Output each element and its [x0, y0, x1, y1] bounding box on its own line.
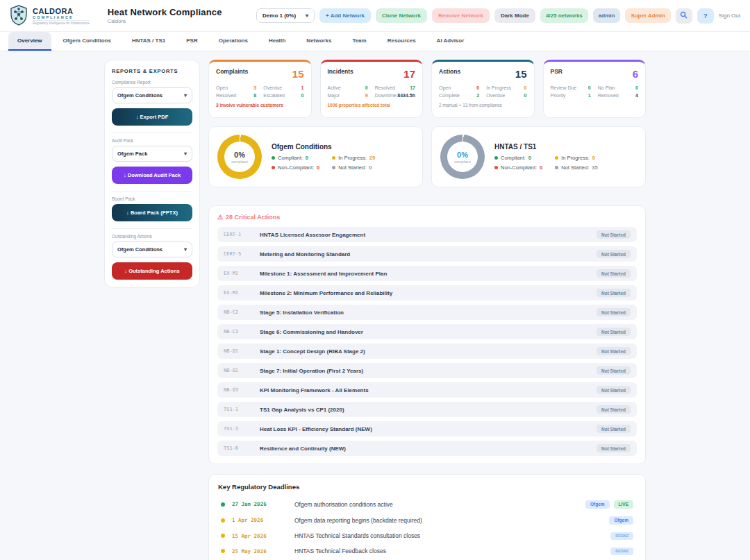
chevron-down-icon: ▾	[184, 246, 187, 253]
actions-total: 15	[515, 68, 527, 80]
compliance-report-label: Compliance Report	[112, 80, 192, 85]
legend-value: 0	[369, 164, 372, 171]
deadline-text: HNTAS Technical Standards consultation c…	[294, 532, 603, 539]
deadline-dot-icon	[221, 518, 225, 523]
deadline-row: 27 Jan 2026 Ofgem authorisation conditio…	[218, 496, 636, 512]
kv-label: No Plan	[598, 85, 615, 90]
critical-action-row[interactable]: NB-C3Stage 6: Commissioning and Handover…	[217, 324, 637, 339]
role-badge: Super Admin	[625, 8, 670, 23]
tab-ai-advisor[interactable]: AI Advisor	[428, 32, 474, 51]
compliance-report-select[interactable]: Ofgem Conditions ▾	[112, 87, 192, 103]
complaints-title: Complaints	[216, 68, 248, 75]
critical-action-row[interactable]: CERT-5Metering and Monitoring StandardNo…	[217, 246, 637, 262]
legend-value: 0	[317, 164, 319, 171]
search-button[interactable]	[676, 8, 692, 24]
kv-value: 1	[301, 85, 304, 90]
board-pack-label: Board Pack	[112, 196, 192, 201]
action-code: EX-M1	[224, 271, 251, 276]
tab-resources[interactable]: Resources	[378, 32, 425, 51]
brand: CALDORA COMPLIANCE Regulatory Intelligen…	[10, 5, 97, 27]
legend-dot-icon	[272, 166, 275, 169]
page-title: Heat Network Compliance	[108, 7, 222, 17]
legend-value: 0	[592, 155, 595, 161]
clone-network-button[interactable]: Clone Network	[376, 8, 427, 23]
incidents-total: 17	[403, 68, 415, 80]
kv-label: Overdue	[263, 85, 282, 90]
critical-action-row[interactable]: NB-O3KPI Monitoring Framework - All Elem…	[217, 382, 637, 398]
critical-action-row[interactable]: NB-O1Stage 7: Initial Operation (First 2…	[217, 363, 637, 378]
legend-value: 35	[592, 164, 597, 171]
critical-action-row[interactable]: CERT-1HNTAS Licensed Assessor Engagement…	[217, 227, 637, 242]
legend-label: Compliant:	[278, 155, 303, 161]
tab-ofgem-conditions[interactable]: Ofgem Conditions	[54, 32, 120, 51]
hntas-ts1-donut-card: 0% compliant HNTAS / TS1 Compliant:0 In …	[431, 126, 646, 187]
status-badge: Not Started	[597, 250, 631, 258]
critical-action-row[interactable]: NB-D1Stage 1: Concept Design (RIBA Stage…	[217, 343, 637, 359]
kv-label: Resolved	[375, 85, 395, 90]
status-badge: Not Started	[597, 347, 631, 355]
action-code: CERT-1	[224, 232, 251, 237]
tab-psr[interactable]: PSR	[177, 32, 206, 51]
legend-value: 0	[540, 164, 542, 171]
tab-operations[interactable]: Operations	[210, 32, 257, 51]
board-pack-button[interactable]: ↓ Board Pack (PPTX)	[112, 204, 192, 221]
legend-label: In Progress:	[561, 155, 589, 161]
legend-dot-icon	[332, 166, 335, 169]
deadline-row: 15 Apr 2026 HNTAS Technical Standards co…	[218, 528, 636, 543]
critical-action-row[interactable]: EX-M2Milestone 2: Minimum Performance an…	[217, 285, 637, 300]
legend-dot-icon	[555, 156, 558, 160]
add-network-button[interactable]: + Add Network	[319, 8, 371, 23]
hntas-donut-chart: 0% compliant	[440, 135, 485, 179]
deadline-date: 27 Jan 2026	[232, 501, 288, 507]
status-badge: Not Started	[597, 386, 631, 394]
tab-networks[interactable]: Networks	[297, 32, 340, 51]
remove-network-button[interactable]: Remove Network	[432, 8, 490, 23]
complaints-card: Complaints 15 Open3 Overdue1 Resolved8 E…	[208, 60, 312, 118]
action-title: Stage 5: Installation Verification	[260, 309, 588, 316]
audit-pack-select[interactable]: Ofgem Pack ▾	[112, 146, 192, 162]
tab-health[interactable]: Health	[260, 32, 294, 51]
download-audit-pack-button[interactable]: ↓ Download Audit Pack	[112, 167, 192, 184]
deadline-text: HNTAS Technical Feedback closes	[294, 548, 603, 554]
kv-label: Resolved	[216, 93, 236, 98]
tab-overview[interactable]: Overview	[8, 32, 51, 51]
deadline-row: 1 Apr 2026 Ofgem data reporting begins (…	[218, 512, 636, 528]
status-badge: Not Started	[597, 230, 631, 239]
export-pdf-button[interactable]: ↓ Export PDF	[112, 108, 192, 126]
chevron-down-icon: ▾	[184, 92, 187, 99]
action-code: NB-C2	[224, 309, 251, 315]
hntas-donut-percent: 0%	[457, 151, 468, 159]
legend-label: Non-Compliant:	[278, 164, 314, 171]
actions-title: Actions	[439, 68, 460, 75]
deadline-date: 15 Apr 2026	[232, 533, 288, 539]
brand-name: CALDORA	[33, 7, 90, 15]
legend-label: Non-Compliant:	[501, 164, 537, 171]
network-select[interactable]: Demo 1 (0%) ▾	[256, 8, 315, 23]
action-title: HNTAS Licensed Assessor Engagement	[260, 232, 588, 238]
critical-action-row[interactable]: NB-C2Stage 5: Installation VerificationN…	[217, 305, 637, 320]
critical-actions-panel: ⚠ 28 Critical Actions CERT-1HNTAS Licens…	[208, 205, 646, 464]
dark-mode-button[interactable]: Dark Mode	[494, 8, 535, 23]
action-code: TS1-1	[224, 407, 251, 412]
compliance-report-value: Ofgem Conditions	[117, 92, 162, 99]
brand-tagline: Regulatory Intelligence for Infrastructu…	[33, 20, 90, 25]
critical-action-row[interactable]: EX-M1Milestone 1: Assessment and Improve…	[217, 266, 637, 281]
outstanding-actions-select[interactable]: Ofgem Conditions ▾	[112, 241, 192, 257]
deadline-text: Ofgem data reporting begins (backdate re…	[294, 517, 602, 524]
tab-team[interactable]: Team	[343, 32, 375, 51]
help-button[interactable]: ?	[697, 8, 714, 24]
outstanding-actions-button[interactable]: ↓ Outstanding Actions	[112, 262, 192, 280]
legend-label: Compliant:	[501, 155, 526, 161]
legend-value: 0	[528, 155, 531, 161]
critical-action-row[interactable]: TS1-6Resilience and Continuity (NEW)Not …	[217, 441, 637, 456]
sign-out-link[interactable]: Sign Out	[719, 12, 740, 19]
critical-action-row[interactable]: TS1-1TS1 Gap Analysis vs CP1 (2020)Not S…	[217, 402, 637, 417]
action-code: TS1-3	[224, 426, 251, 432]
action-code: NB-O3	[224, 387, 251, 393]
critical-action-row[interactable]: TS1-3Heat Loss KPI - Efficiency Standard…	[217, 421, 637, 436]
tab-hntas-ts1[interactable]: HNTAS / TS1	[123, 32, 174, 51]
deadline-date: 25 May 2026	[232, 548, 288, 554]
kv-value: 2	[476, 93, 479, 98]
legend-label: In Progress:	[338, 155, 366, 161]
action-code: CERT-5	[224, 251, 251, 257]
